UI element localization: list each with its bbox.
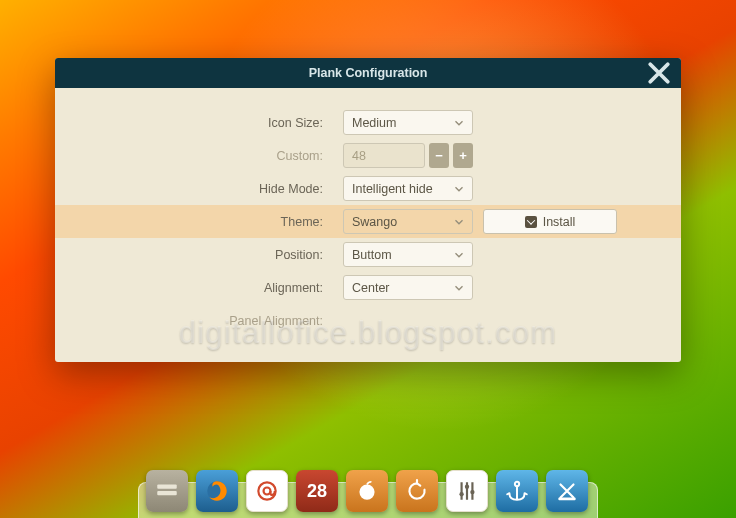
label-icon-size: Icon Size: [55, 116, 323, 130]
spin-plus[interactable]: + [453, 143, 473, 168]
dock-clementine[interactable] [346, 470, 388, 512]
plank-config-window: Plank Configuration Icon Size: Medium Cu… [55, 58, 681, 362]
svg-point-3 [258, 482, 275, 499]
anchor-icon [504, 478, 530, 504]
tools-icon [554, 478, 580, 504]
label-position: Position: [55, 248, 323, 262]
svg-point-8 [470, 490, 474, 494]
svg-point-5 [359, 485, 374, 500]
label-theme: Theme: [55, 215, 323, 229]
titlebar: Plank Configuration [55, 58, 681, 88]
dock-firefox[interactable] [196, 470, 238, 512]
dock-preferences[interactable] [546, 470, 588, 512]
custom-input[interactable]: 48 [343, 143, 425, 168]
row-alignment: Alignment: Center [55, 271, 681, 304]
at-icon [254, 478, 280, 504]
select-hide-mode[interactable]: Intelligent hide [343, 176, 473, 201]
close-button[interactable] [645, 58, 673, 88]
dock: 28 [146, 470, 588, 512]
row-icon-size: Icon Size: Medium [55, 106, 681, 139]
chevron-down-icon [452, 116, 466, 130]
label-hide-mode: Hide Mode: [55, 182, 323, 196]
select-theme[interactable]: Swango [343, 209, 473, 234]
calendar-day: 28 [307, 481, 327, 502]
dock-calendar[interactable]: 28 [296, 470, 338, 512]
install-theme-button[interactable]: Install [483, 209, 617, 234]
orange-icon [354, 478, 380, 504]
refresh-icon [404, 478, 430, 504]
dock-updater[interactable] [396, 470, 438, 512]
custom-spinner: 48 − + [343, 143, 473, 168]
window-title: Plank Configuration [309, 66, 428, 80]
label-panel-alignment: Panel Alignment: [55, 314, 323, 328]
row-hide-mode: Hide Mode: Intelligent hide [55, 172, 681, 205]
row-panel-alignment: Panel Alignment: [55, 304, 681, 337]
chevron-down-icon [452, 182, 466, 196]
svg-point-7 [465, 485, 469, 489]
dock-mixer[interactable] [446, 470, 488, 512]
select-icon-size[interactable]: Medium [343, 110, 473, 135]
chevron-down-icon [452, 281, 466, 295]
sliders-icon [454, 478, 480, 504]
row-custom: Custom: 48 − + [55, 139, 681, 172]
svg-point-6 [459, 492, 463, 496]
label-custom: Custom: [55, 149, 323, 163]
dock-files[interactable] [146, 470, 188, 512]
dock-docky[interactable] [496, 470, 538, 512]
row-theme: Theme: Swango Install [55, 205, 681, 238]
svg-rect-0 [157, 485, 177, 489]
svg-rect-1 [157, 491, 177, 495]
config-form: Icon Size: Medium Custom: 48 − + [55, 88, 681, 337]
firefox-icon [204, 478, 230, 504]
dock-mail[interactable] [246, 470, 288, 512]
desktop: Plank Configuration Icon Size: Medium Cu… [0, 0, 736, 518]
select-position[interactable]: Buttom [343, 242, 473, 267]
row-position: Position: Buttom [55, 238, 681, 271]
files-icon [154, 478, 180, 504]
select-alignment[interactable]: Center [343, 275, 473, 300]
label-alignment: Alignment: [55, 281, 323, 295]
package-icon [525, 216, 537, 228]
close-icon [645, 59, 673, 87]
spin-minus[interactable]: − [429, 143, 449, 168]
svg-rect-10 [558, 498, 575, 501]
chevron-down-icon [452, 215, 466, 229]
chevron-down-icon [452, 248, 466, 262]
